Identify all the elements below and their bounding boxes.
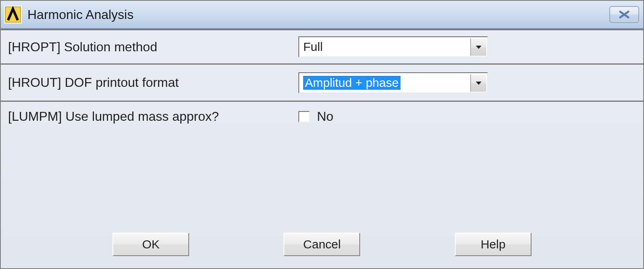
label-hropt: [HROPT] Solution method — [8, 40, 157, 54]
checkbox-lumped-mass[interactable] — [298, 111, 310, 122]
title-bar: Harmonic Analysis — [1, 1, 643, 29]
chevron-down-icon — [475, 45, 482, 49]
dropdown-arrow[interactable] — [470, 74, 486, 92]
ok-button[interactable]: OK — [113, 233, 189, 256]
row-lumpm: [LUMPM] Use lumped mass approx? No — [1, 102, 643, 138]
dropdown-arrow[interactable] — [470, 38, 486, 56]
label-hrout: [HROUT] DOF printout format — [8, 75, 179, 90]
dropdown-solution-method[interactable]: Full — [298, 36, 488, 57]
row-hropt: [HROPT] Solution method Full — [1, 29, 643, 65]
button-label: OK — [142, 237, 159, 251]
close-button[interactable] — [609, 6, 639, 23]
label-lumpm: [LUMPM] Use lumped mass approx? — [8, 109, 219, 124]
button-label: Help — [481, 237, 506, 251]
chevron-down-icon — [475, 81, 482, 85]
dialog-window: Harmonic Analysis [HROPT] Solution metho… — [0, 0, 644, 269]
close-icon — [619, 11, 630, 19]
help-button[interactable]: Help — [455, 233, 531, 256]
dropdown-dof-printout-format[interactable]: Amplitud + phase — [298, 72, 488, 93]
window-title: Harmonic Analysis — [27, 7, 609, 22]
dropdown-value: Full — [303, 40, 323, 54]
checkbox-label: No — [317, 109, 333, 124]
button-bar: OK Cancel Help — [1, 233, 643, 256]
cancel-button[interactable]: Cancel — [283, 233, 360, 256]
app-icon — [4, 6, 22, 23]
row-hrout: [HROUT] DOF printout format Amplitud + p… — [1, 65, 643, 102]
button-label: Cancel — [303, 237, 341, 251]
client-area: [HROPT] Solution method Full [HROUT] DOF… — [1, 29, 643, 138]
dropdown-value: Amplitud + phase — [303, 76, 400, 90]
